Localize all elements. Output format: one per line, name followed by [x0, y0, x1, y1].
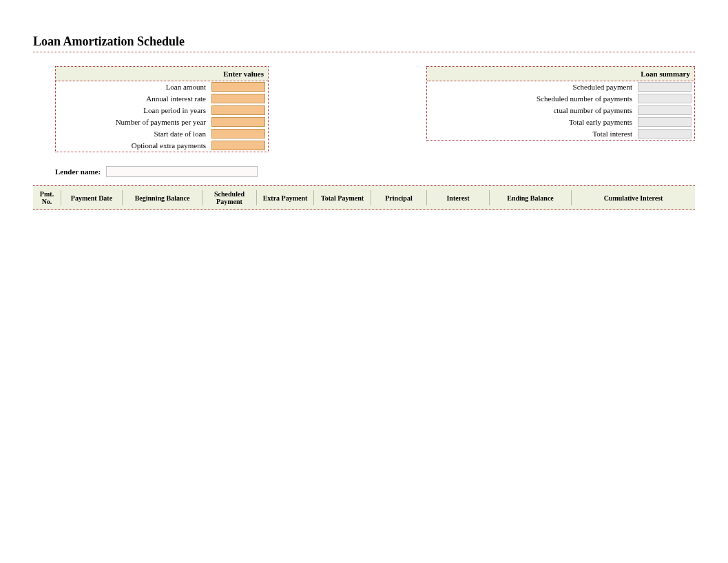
- col-beginning-balance: Beginning Balance: [123, 186, 202, 209]
- page-title: Loan Amortization Schedule: [33, 34, 695, 49]
- enter-values-panel: Enter values Loan amount Annual interest…: [55, 66, 269, 152]
- label-payments-per-year: Number of payments per year: [56, 116, 209, 128]
- row-scheduled-payment: Scheduled payment: [427, 81, 694, 93]
- row-payments-per-year: Number of payments per year: [56, 116, 268, 128]
- input-payments-per-year[interactable]: [211, 117, 265, 127]
- output-actual-num-payments: [638, 105, 691, 115]
- input-annual-interest-rate[interactable]: [211, 94, 265, 103]
- loan-summary-panel: Loan summary Scheduled payment Scheduled…: [426, 66, 695, 141]
- col-extra-payment: Extra Payment: [257, 186, 313, 209]
- row-total-early-payments: Total early payments: [427, 116, 694, 128]
- output-scheduled-payment: [638, 82, 691, 92]
- input-loan-period-years[interactable]: [211, 105, 265, 115]
- lender-row: Lender name:: [55, 166, 695, 177]
- label-total-interest: Total interest: [427, 128, 635, 140]
- row-annual-interest-rate: Annual interest rate: [56, 93, 268, 105]
- label-scheduled-payment: Scheduled payment: [427, 81, 635, 93]
- label-loan-amount: Loan amount: [56, 81, 209, 93]
- title-divider: [33, 52, 695, 52]
- label-scheduled-num-payments: Scheduled number of payments: [427, 93, 635, 105]
- input-start-date[interactable]: [211, 129, 265, 139]
- row-start-date: Start date of loan: [56, 128, 268, 140]
- row-loan-period-years: Loan period in years: [56, 105, 268, 116]
- label-start-date: Start date of loan: [56, 128, 209, 140]
- col-pmt-no: Pmt. No.: [33, 186, 61, 209]
- input-extra-payments[interactable]: [211, 141, 265, 150]
- row-loan-amount: Loan amount: [56, 81, 268, 93]
- col-principal: Principal: [371, 186, 426, 209]
- lender-name-input[interactable]: [106, 166, 258, 177]
- output-scheduled-num-payments: [638, 94, 691, 103]
- col-payment-date: Payment Date: [61, 186, 122, 209]
- lender-label: Lender name:: [55, 167, 101, 176]
- enter-values-header: Enter values: [56, 67, 268, 81]
- label-actual-num-payments: ctual number of payments: [427, 105, 635, 116]
- output-total-early-payments: [638, 117, 691, 127]
- input-loan-amount[interactable]: [211, 82, 265, 92]
- col-total-payment: Total Payment: [314, 186, 371, 209]
- output-total-interest: [638, 129, 691, 139]
- col-cumulative-interest: Cumulative Interest: [572, 186, 695, 209]
- label-loan-period-years: Loan period in years: [56, 105, 209, 116]
- row-actual-num-payments: ctual number of payments: [427, 105, 694, 116]
- row-total-interest: Total interest: [427, 128, 694, 140]
- col-ending-balance: Ending Balance: [490, 186, 571, 209]
- col-interest: Interest: [427, 186, 489, 209]
- schedule-header-row: Pmt. No. Payment Date Beginning Balance …: [33, 185, 695, 210]
- row-extra-payments: Optional extra payments: [56, 140, 268, 152]
- label-total-early-payments: Total early payments: [427, 116, 635, 128]
- loan-summary-header: Loan summary: [427, 67, 694, 81]
- row-scheduled-num-payments: Scheduled number of payments: [427, 93, 694, 105]
- col-scheduled-payment: Scheduled Payment: [202, 186, 256, 209]
- label-annual-interest-rate: Annual interest rate: [56, 93, 209, 105]
- label-extra-payments: Optional extra payments: [56, 140, 209, 152]
